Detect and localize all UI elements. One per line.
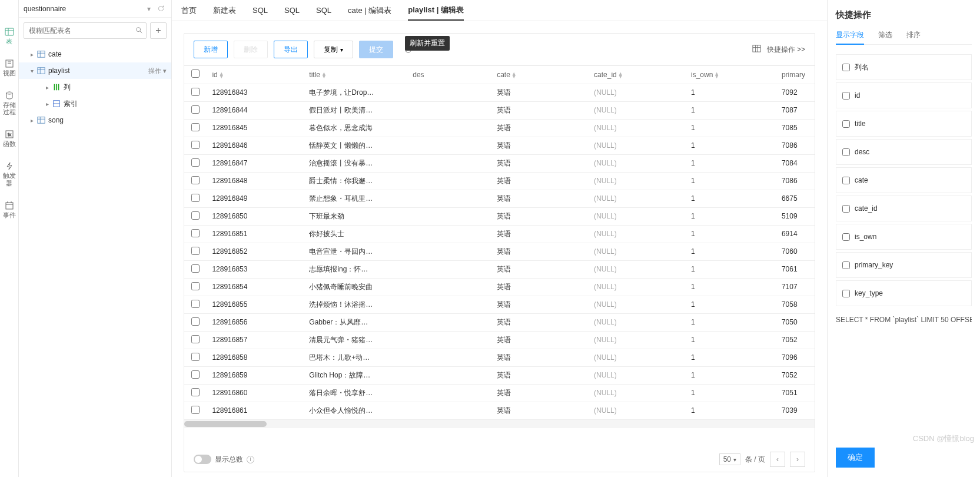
cell-isown[interactable]: 1: [685, 260, 776, 278]
cell-cateid[interactable]: (NULL): [588, 384, 685, 402]
cell-title[interactable]: 下班最来劲: [303, 207, 407, 225]
cell-cateid[interactable]: (NULL): [588, 137, 685, 154]
field-checkbox[interactable]: [842, 148, 850, 156]
field-toggle-item[interactable]: is_own: [836, 224, 972, 250]
cell-pk[interactable]: 7061: [776, 260, 815, 278]
select-all-checkbox[interactable]: [191, 69, 200, 78]
cell-pk[interactable]: 7087: [776, 101, 815, 119]
cell-id[interactable]: 128916852: [206, 243, 303, 260]
cell-pk[interactable]: 7052: [776, 366, 815, 384]
cell-isown[interactable]: 1: [685, 384, 776, 402]
show-total-toggle[interactable]: [194, 455, 211, 464]
table-row[interactable]: 128916850 下班最来劲 英语 (NULL) 1 5109: [184, 207, 815, 225]
cell-pk[interactable]: 7084: [776, 154, 815, 172]
next-page-button[interactable]: ›: [790, 452, 805, 467]
tab-playlist-edit[interactable]: playlist | 编辑表: [408, 0, 464, 21]
tree-item-columns[interactable]: ▸ 列: [19, 79, 171, 95]
row-checkbox[interactable]: [191, 176, 200, 184]
tab-home[interactable]: 首页: [181, 0, 197, 21]
cell-desc[interactable]: [407, 137, 491, 154]
row-checkbox[interactable]: [191, 123, 200, 131]
row-checkbox[interactable]: [191, 105, 200, 114]
field-toggle-item[interactable]: primary_key: [836, 252, 972, 278]
col-header-isown[interactable]: is_own▲▼: [685, 66, 776, 84]
cell-title[interactable]: 志愿填报ing：怀…: [303, 260, 407, 278]
cell-cate[interactable]: 英语: [491, 84, 588, 101]
rail-event[interactable]: 事件: [0, 197, 18, 222]
cell-cateid[interactable]: (NULL): [588, 172, 685, 190]
table-row[interactable]: 128916857 清晨元气弹・猪猪… 英语 (NULL) 1 7052: [184, 331, 815, 349]
cell-title[interactable]: 落日余晖・悦享舒…: [303, 384, 407, 402]
cell-pk[interactable]: 7086: [776, 172, 815, 190]
rp-tab-sort[interactable]: 排序: [906, 30, 921, 44]
table-row[interactable]: 128916858 巴塔木：儿歌+动… 英语 (NULL) 1 7096: [184, 349, 815, 366]
new-button[interactable]: 新增: [194, 41, 228, 58]
cell-title[interactable]: 洗掉烦恼！沐浴摇…: [303, 296, 407, 313]
cell-isown[interactable]: 1: [685, 101, 776, 119]
prev-page-button[interactable]: ‹: [770, 452, 785, 467]
cell-desc[interactable]: [407, 278, 491, 296]
table-row[interactable]: 128916845 暮色似水，思念成海 英语 (NULL) 1 7085: [184, 119, 815, 137]
tree-item-playlist[interactable]: ▾ playlist 操作 ▾: [19, 62, 171, 79]
cell-id[interactable]: 128916844: [206, 101, 303, 119]
cell-pk[interactable]: 7052: [776, 331, 815, 349]
col-header-desc[interactable]: des: [407, 66, 491, 84]
field-checkbox[interactable]: [842, 205, 850, 213]
cell-id[interactable]: 128916857: [206, 331, 303, 349]
table-row[interactable]: 128916852 电音宣泄・寻回内… 英语 (NULL) 1 7060: [184, 243, 815, 260]
col-header-cate[interactable]: cate▲▼: [491, 66, 588, 84]
cell-isown[interactable]: 1: [685, 119, 776, 137]
row-checkbox[interactable]: [191, 300, 200, 308]
cell-desc[interactable]: [407, 296, 491, 313]
table-row[interactable]: 128916848 爵士柔情：你我邂… 英语 (NULL) 1 7086: [184, 172, 815, 190]
field-toggle-item[interactable]: cate: [836, 167, 972, 193]
cell-id[interactable]: 128916849: [206, 190, 303, 207]
cell-cateid[interactable]: (NULL): [588, 225, 685, 243]
cell-cateid[interactable]: (NULL): [588, 190, 685, 207]
cell-desc[interactable]: [407, 190, 491, 207]
cell-cateid[interactable]: (NULL): [588, 278, 685, 296]
field-checkbox[interactable]: [842, 64, 850, 71]
db-refresh-icon[interactable]: [155, 3, 167, 15]
cell-id[interactable]: 128916850: [206, 207, 303, 225]
cell-cateid[interactable]: (NULL): [588, 243, 685, 260]
table-row[interactable]: 128916855 洗掉烦恼！沐浴摇… 英语 (NULL) 1 7058: [184, 296, 815, 313]
cell-pk[interactable]: 7107: [776, 278, 815, 296]
cell-cate[interactable]: 英语: [491, 260, 588, 278]
cell-cateid[interactable]: (NULL): [588, 331, 685, 349]
field-toggle-item[interactable]: id: [836, 82, 972, 108]
cell-desc[interactable]: [407, 101, 491, 119]
field-toggle-item[interactable]: title: [836, 111, 972, 137]
cell-isown[interactable]: 1: [685, 172, 776, 190]
cell-isown[interactable]: 1: [685, 207, 776, 225]
table-row[interactable]: 128916843 电子梦境，让Drop… 英语 (NULL) 1 7092: [184, 84, 815, 101]
cell-desc[interactable]: [407, 243, 491, 260]
cell-cateid[interactable]: (NULL): [588, 84, 685, 101]
rail-table[interactable]: 表: [0, 24, 18, 48]
cell-title[interactable]: 恬静英文丨懒懒的…: [303, 137, 407, 154]
cell-id[interactable]: 128916858: [206, 349, 303, 366]
cell-id[interactable]: 128916848: [206, 172, 303, 190]
cell-isown[interactable]: 1: [685, 366, 776, 384]
table-row[interactable]: 128916851 你好披头士 英语 (NULL) 1 6914: [184, 225, 815, 243]
cell-id[interactable]: 128916851: [206, 225, 303, 243]
col-header-primary[interactable]: primary: [776, 66, 815, 84]
cell-isown[interactable]: 1: [685, 225, 776, 243]
cell-id[interactable]: 128916861: [206, 402, 303, 419]
tab-sql-3[interactable]: SQL: [316, 0, 331, 21]
tree-item-song[interactable]: ▸ song: [19, 112, 171, 128]
cell-desc[interactable]: [407, 313, 491, 331]
table-row[interactable]: 128916844 假日派对丨欧美清… 英语 (NULL) 1 7087: [184, 101, 815, 119]
cell-pk[interactable]: 7060: [776, 243, 815, 260]
cell-title[interactable]: 假日派对丨欧美清…: [303, 101, 407, 119]
data-table[interactable]: id▲▼ title▲▼ des cate▲▼ cate_id▲▼ is_own…: [184, 66, 815, 447]
rp-tab-filter[interactable]: 筛选: [878, 30, 892, 44]
row-checkbox[interactable]: [191, 158, 200, 167]
cell-title[interactable]: Glitch Hop：故障…: [303, 366, 407, 384]
table-row[interactable]: 128916846 恬静英文丨懒懒的… 英语 (NULL) 1 7086: [184, 137, 815, 154]
cell-cate[interactable]: 英语: [491, 154, 588, 172]
cell-cate[interactable]: 英语: [491, 331, 588, 349]
field-checkbox[interactable]: [842, 120, 850, 128]
cell-cateid[interactable]: (NULL): [588, 101, 685, 119]
cell-isown[interactable]: 1: [685, 296, 776, 313]
